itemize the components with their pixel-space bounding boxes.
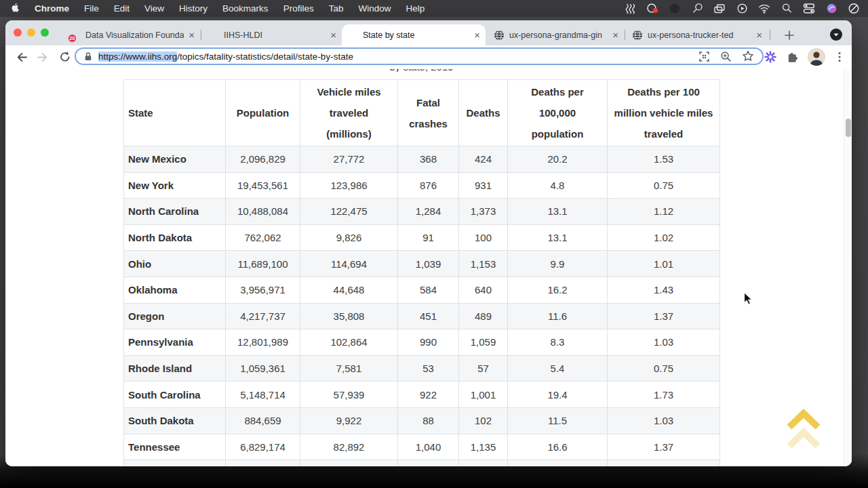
- state-cell: New Mexico: [124, 146, 226, 173]
- wifi-icon[interactable]: [758, 3, 770, 14]
- page-scrollbar-thumb[interactable]: [846, 119, 851, 137]
- tab-search-button[interactable]: [828, 26, 844, 43]
- value-cell: 1,059: [459, 329, 508, 356]
- state-cell: Pennsylvania: [124, 329, 226, 356]
- scroll-to-top-button[interactable]: [783, 406, 824, 453]
- menu-item-tab[interactable]: Tab: [329, 3, 344, 14]
- table-row-oklahoma: Oklahoma3,956,97144,64858464016.21.43: [124, 277, 720, 303]
- value-cell: 82,892: [300, 434, 398, 460]
- state-cell: North Dakota: [124, 224, 226, 251]
- url-selected-text: https://www.iihs.org: [98, 52, 177, 62]
- url-rest-text: /topics/fatality-statistics/detail/state…: [177, 52, 353, 62]
- table-row-new-mexico: New Mexico2,096,82927,77236842420.21.53: [124, 146, 720, 173]
- menu-item-window[interactable]: Window: [358, 3, 391, 14]
- zoom-window-button[interactable]: [41, 28, 49, 37]
- menu-item-profiles[interactable]: Profiles: [283, 3, 314, 14]
- profile-avatar[interactable]: [808, 48, 825, 66]
- lock-icon[interactable]: [84, 52, 92, 62]
- qr-code-icon[interactable]: [698, 51, 710, 62]
- menu-item-file[interactable]: File: [84, 3, 99, 14]
- play-circle-icon[interactable]: [736, 3, 748, 14]
- value-cell: 1.01: [608, 251, 720, 277]
- value-cell: 44,648: [300, 277, 398, 303]
- value-cell: 1.43: [608, 277, 720, 303]
- value-cell: 12,801,989: [226, 329, 300, 356]
- menu-item-view[interactable]: View: [144, 3, 164, 14]
- value-cell: 990: [398, 329, 459, 356]
- colorful-app-icon[interactable]: [825, 3, 837, 14]
- new-tab-button[interactable]: [781, 26, 797, 43]
- forward-button[interactable]: [36, 50, 50, 64]
- globe-favicon: [632, 30, 643, 41]
- tab-close-icon[interactable]: ×: [330, 30, 336, 40]
- table-header-row: StatePopulationVehicle miles traveled (m…: [124, 80, 720, 146]
- value-cell: 5,148,714: [226, 382, 300, 408]
- dim-circle-icon[interactable]: [669, 3, 681, 14]
- loupe-zoom-icon[interactable]: [691, 3, 703, 14]
- sync-badge-icon[interactable]: [646, 3, 658, 14]
- bookmark-star-icon[interactable]: [742, 50, 754, 62]
- menubar-items: FileEditViewHistoryBookmarksProfilesTabW…: [84, 3, 425, 14]
- window-controls: [14, 28, 49, 37]
- value-cell: 35,808: [300, 303, 398, 329]
- tab-label: ux-persona-grandma-gin: [509, 30, 608, 40]
- tab-data-visualization-founda[interactable]: 20Data Visualization Founda×: [64, 24, 200, 45]
- value-cell: 4,217,737: [226, 303, 300, 329]
- tab-close-icon[interactable]: ×: [612, 30, 618, 40]
- close-window-button[interactable]: [14, 28, 22, 37]
- tab-iihs-hldi[interactable]: IIHS-HLDI×: [203, 24, 342, 45]
- page-content: by state, 2019 StatePopulationVehicle mi…: [5, 69, 852, 466]
- menu-item-edit[interactable]: Edit: [114, 3, 130, 14]
- menu-item-history[interactable]: History: [179, 3, 208, 14]
- value-cell: 1.73: [608, 382, 720, 408]
- tab-label: ux-persona-trucker-ted: [648, 30, 751, 40]
- minimize-window-button[interactable]: [27, 28, 35, 37]
- reload-button[interactable]: [58, 50, 72, 64]
- table-row-ohio: Ohio11,689,100114,6941,0391,1539.91.01: [124, 251, 720, 277]
- partial-cell: [124, 460, 226, 466]
- menu-item-bookmarks[interactable]: Bookmarks: [222, 3, 269, 14]
- value-cell: 91: [398, 224, 459, 251]
- extensions-puzzle-icon[interactable]: [786, 51, 799, 64]
- tab-ux-persona-grandma-gin[interactable]: ux-persona-grandma-gin×: [488, 24, 624, 45]
- value-cell: 122,475: [300, 199, 398, 225]
- zoom-in-icon[interactable]: [720, 51, 732, 62]
- control-center-icon[interactable]: [803, 3, 815, 14]
- menu-item-help[interactable]: Help: [406, 3, 425, 14]
- table-row-north-carolina: North Carolina10,488,084122,4751,2841,37…: [124, 199, 720, 225]
- window-stack-icon[interactable]: [713, 3, 726, 14]
- value-cell: 922: [398, 382, 459, 408]
- tab-ux-persona-trucker-ted[interactable]: ux-persona-trucker-ted×: [627, 24, 768, 45]
- value-cell: 1,059,361: [226, 355, 300, 382]
- value-cell: 114,694: [300, 251, 398, 277]
- table-row-oregon: Oregon4,217,73735,80845148911.61.37: [124, 303, 720, 329]
- tab-close-icon[interactable]: ×: [189, 30, 195, 40]
- tab-close-icon[interactable]: ×: [756, 30, 762, 40]
- column-header-deaths-per-100-million-vehicle-miles-traveled: Deaths per 100 million vehicle miles tra…: [608, 80, 720, 146]
- focus-slash-icon[interactable]: [848, 3, 860, 14]
- value-cell: 20.2: [508, 146, 608, 173]
- table-body: New Mexico2,096,82927,77236842420.21.53N…: [124, 146, 720, 467]
- kebab-menu-icon[interactable]: [834, 51, 845, 63]
- partial-page-heading: by state, 2019: [123, 69, 719, 72]
- address-bar[interactable]: https://www.iihs.org/topics/fatality-sta…: [75, 47, 764, 65]
- value-cell: 2,096,829: [226, 146, 300, 173]
- value-cell: 5.4: [508, 355, 608, 382]
- burst-extension-icon[interactable]: [764, 50, 777, 64]
- value-cell: 451: [398, 303, 459, 329]
- page-scrollbar-track[interactable]: [844, 69, 852, 466]
- state-cell: Tennessee: [124, 434, 226, 460]
- value-cell: 11.5: [508, 407, 608, 434]
- value-cell: 3,956,971: [226, 277, 300, 303]
- tab-state-by-state[interactable]: State by state×: [342, 24, 486, 45]
- value-cell: 1.03: [608, 329, 720, 356]
- value-cell: 876: [398, 172, 459, 199]
- tab-close-icon[interactable]: ×: [474, 30, 480, 40]
- back-button[interactable]: [14, 50, 28, 64]
- column-header-deaths-per-100-000-population: Deaths per 100,000 population: [508, 80, 608, 146]
- apple-menu-icon[interactable]: [11, 3, 20, 14]
- app-waves-icon[interactable]: [624, 3, 636, 14]
- value-cell: 1.03: [608, 407, 720, 434]
- spotlight-search-icon[interactable]: [781, 3, 793, 14]
- menubar-app-name[interactable]: Chrome: [35, 3, 69, 14]
